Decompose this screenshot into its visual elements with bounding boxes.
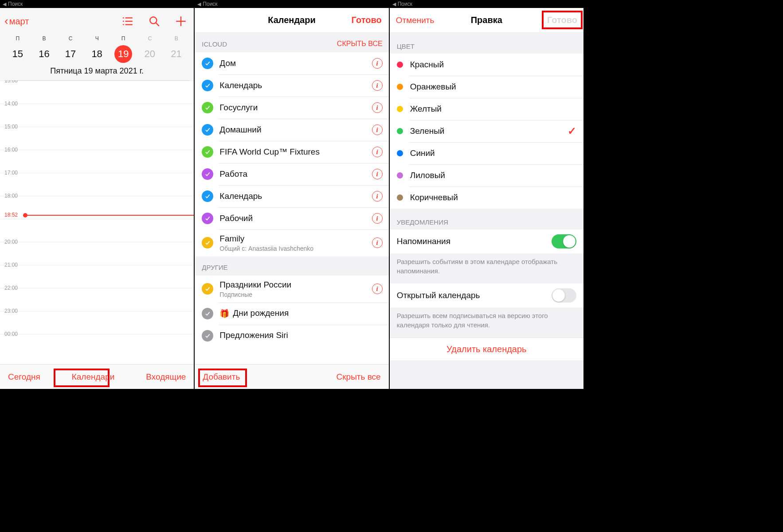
calendars-list[interactable]: ICLOUD СКРЫТЬ ВСЕ ДомiКалендарьiГосуслуг…	[195, 33, 388, 364]
cancel-button[interactable]: Отменить	[396, 16, 435, 25]
back-arrow-icon: ◀	[392, 1, 396, 7]
calendar-text: Календарь	[219, 81, 262, 91]
done-button[interactable]: Готово	[352, 15, 382, 25]
color-name: Коричневый	[410, 193, 458, 202]
info-icon[interactable]: i	[372, 191, 383, 202]
checkmark-icon	[202, 237, 213, 249]
calendar-text: Календарь	[219, 191, 262, 202]
color-option[interactable]: Лиловый	[390, 164, 583, 186]
back-arrow-icon: ◀	[197, 1, 201, 7]
color-name: Лиловый	[410, 171, 445, 180]
checkmark-icon	[202, 283, 213, 295]
calendar-text: Праздники РоссииПодписные	[219, 280, 291, 298]
calendar-row[interactable]: FamilyОбщий с: Anastasiia Ivashchenkoi	[195, 229, 388, 256]
color-dot-icon	[397, 194, 403, 201]
calendar-row[interactable]: Предложения Siri	[195, 325, 388, 347]
page-title: Календари	[268, 15, 316, 25]
day-19-today[interactable]: 19	[114, 45, 132, 63]
color-option[interactable]: Коричневый	[390, 186, 583, 209]
phone-calendars-list: ◀ Поиск Календари Готово ICLOUD СКРЫТЬ В…	[195, 0, 389, 389]
hour-label: 00:00	[4, 331, 18, 337]
time-grid[interactable]: 13:00 14:00 15:00 16:00 17:00 18:00 20:0…	[0, 81, 194, 364]
info-icon[interactable]: i	[372, 213, 383, 224]
weekday-row: ПВСЧПСВ	[4, 35, 189, 42]
day-18[interactable]: 18	[88, 45, 106, 63]
calendar-row[interactable]: Рабочийi	[195, 207, 388, 229]
calendar-row[interactable]: 🎁Дни рождения	[195, 303, 388, 325]
checkmark-icon	[202, 80, 213, 91]
status-back-label[interactable]: Поиск	[203, 1, 217, 7]
info-icon[interactable]: i	[372, 80, 383, 91]
day-20[interactable]: 20	[141, 45, 159, 63]
hide-all-button[interactable]: СКРЫТЬ ВСЕ	[337, 40, 383, 48]
section-color-label: ЦВЕТ	[390, 33, 583, 54]
color-option[interactable]: Желтый	[390, 98, 583, 120]
info-icon[interactable]: i	[372, 237, 383, 248]
back-to-month-button[interactable]: ‹ март	[4, 16, 29, 27]
search-icon[interactable]	[149, 16, 160, 27]
back-month-label: март	[9, 16, 29, 27]
calendar-text: Госуслуги	[219, 103, 258, 113]
day-17[interactable]: 17	[62, 45, 79, 63]
edit-body[interactable]: ЦВЕТ КрасныйОранжевыйЖелтыйЗеленый✓Синий…	[390, 33, 583, 389]
day-numbers-row: 15 16 17 18 19 20 21	[4, 45, 189, 63]
color-option[interactable]: Зеленый✓	[390, 120, 583, 142]
info-icon[interactable]: i	[372, 169, 383, 179]
day-21[interactable]: 21	[167, 45, 185, 63]
calendar-row[interactable]: Календарьi	[195, 74, 388, 97]
add-event-icon[interactable]	[175, 16, 187, 27]
calendars-button[interactable]: Календари	[72, 372, 115, 382]
nav-bar: Отменить Правка Готово	[390, 8, 583, 33]
color-dot-icon	[397, 84, 403, 90]
status-back-label[interactable]: Поиск	[398, 1, 412, 7]
day-15[interactable]: 15	[9, 45, 27, 63]
color-name: Красный	[410, 60, 444, 70]
hour-label: 13:00	[4, 81, 18, 84]
calendar-row[interactable]: FIFA World Cup™ Fixturesi	[195, 141, 388, 163]
svg-line-7	[156, 23, 160, 26]
calendar-row[interactable]: Госуслугиi	[195, 97, 388, 119]
section-other-header: ДРУГИЕ	[195, 256, 388, 276]
delete-calendar-button[interactable]: Удалить календарь	[390, 338, 583, 361]
color-dot-icon	[397, 150, 403, 156]
gift-icon: 🎁	[219, 309, 229, 318]
calendar-row[interactable]: Праздники РоссииПодписныеi	[195, 276, 388, 303]
reminders-toggle[interactable]	[552, 234, 576, 249]
reminders-hint: Разрешить событиям в этом календаре отоб…	[390, 253, 583, 283]
chevron-left-icon: ‹	[4, 18, 8, 25]
status-back-label[interactable]: Поиск	[8, 1, 23, 7]
open-calendar-toggle[interactable]	[552, 288, 576, 303]
calendar-row[interactable]: Домашнийi	[195, 119, 388, 141]
inbox-button[interactable]: Входящие	[146, 372, 186, 382]
info-icon[interactable]: i	[372, 147, 383, 157]
info-icon[interactable]: i	[372, 124, 383, 135]
info-icon[interactable]: i	[372, 283, 383, 294]
open-calendar-label: Открытый календарь	[397, 291, 480, 300]
calendar-row[interactable]: Работаi	[195, 163, 388, 185]
info-icon[interactable]: i	[372, 58, 383, 69]
list-view-icon[interactable]	[122, 16, 133, 27]
today-button[interactable]: Сегодня	[8, 372, 40, 382]
calendar-row[interactable]: Домi	[195, 52, 388, 74]
color-option[interactable]: Оранжевый	[390, 76, 583, 98]
hide-all-bottom-button[interactable]: Скрыть все	[337, 372, 381, 382]
checkmark-icon	[202, 146, 213, 158]
color-option[interactable]: Синий	[390, 142, 583, 164]
section-notifications-label: УВЕДОМЛЕНИЯ	[390, 209, 583, 229]
day-16[interactable]: 16	[35, 45, 53, 63]
calendar-text: Предложения Siri	[219, 330, 288, 341]
color-dot-icon	[397, 128, 403, 134]
calendar-row[interactable]: Календарьi	[195, 185, 388, 207]
open-calendar-hint: Разрешить всем подписываться на версию э…	[390, 307, 583, 338]
add-calendar-button[interactable]: Добавить	[203, 372, 240, 382]
checkmark-icon	[202, 102, 213, 113]
color-name: Желтый	[410, 104, 442, 114]
section-label: ДРУГИЕ	[202, 264, 227, 271]
info-icon[interactable]: i	[372, 102, 383, 113]
hour-label: 15:00	[4, 124, 18, 130]
selected-check-icon: ✓	[568, 125, 576, 137]
hour-label: 18:00	[4, 193, 18, 199]
hour-label: 20:00	[4, 239, 18, 245]
hour-label: 17:00	[4, 170, 18, 176]
color-option[interactable]: Красный	[390, 54, 583, 76]
